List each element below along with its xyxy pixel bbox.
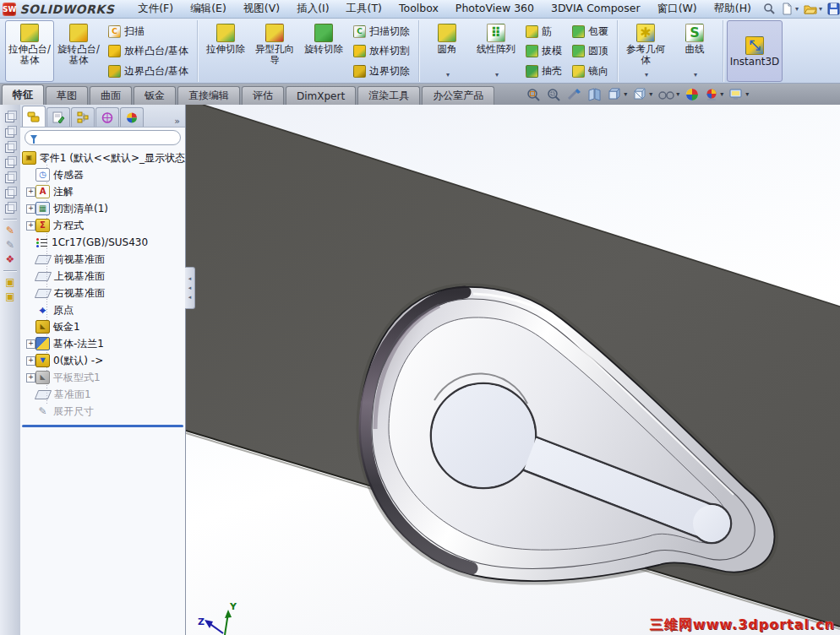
standard-view-button-1[interactable] [5,111,16,122]
loft-cut-button[interactable]: 放样切割 [350,43,413,60]
tree-item-平板型式1[interactable]: +◣平板型式1 [20,369,185,386]
dropdown-arrow-icon[interactable]: ▾ [819,5,822,13]
hole-wizard-button[interactable]: 异型孔向导 [250,20,299,82]
tree-item-右视基准面[interactable]: 右视基准面 [20,285,185,301]
expand-toggle[interactable]: + [26,356,35,366]
search-button[interactable] [761,2,777,16]
view-orientation-button[interactable]: ▾ [608,88,627,101]
panel-tab-overflow[interactable]: » [174,116,180,127]
dropdown-arrow-icon[interactable]: ▾ [446,69,450,80]
dropdown-arrow-icon[interactable]: ▾ [495,69,499,80]
tree-item-展开尺寸[interactable]: ✎展开尺寸 [20,403,185,420]
dropdown-arrow-icon[interactable]: ▾ [624,90,627,98]
tree-item-上视基准面[interactable]: 上视基准面 [20,268,185,285]
standard-view-button-6[interactable] [5,187,16,198]
edit-appearance-button[interactable] [685,88,699,101]
tree-item-基体-法兰1[interactable]: +基体-法兰1 [20,335,185,352]
reference-geometry-button[interactable]: ✱参考几何体▾ [621,20,670,82]
tree-item-方程式[interactable]: +Σ方程式 [20,217,185,234]
rollback-bar[interactable] [22,425,183,427]
section-view-button[interactable] [587,88,602,101]
save-button[interactable]: ▾ [826,2,840,16]
shell-button[interactable]: 抽壳 [522,62,565,79]
panel-tab-dimxpert-manager[interactable] [95,107,119,127]
dome-button[interactable]: 圆顶 [569,43,612,60]
menu-工具(T)[interactable]: 工具(T) [338,0,390,18]
standard-view-button-5[interactable] [5,171,16,182]
instant3d-button[interactable]: ⤡Instant3D [727,20,783,82]
mate-button[interactable]: ❖ [6,253,15,265]
extrude-boss-button[interactable]: 拉伸凸台/基体 [5,20,54,82]
tab-办公室产品[interactable]: 办公室产品 [422,86,494,105]
hide-show-items-button[interactable]: ▾ [658,88,679,101]
view-settings-button[interactable]: ▾ [729,88,749,101]
draft-button[interactable]: 拔模 [522,43,565,60]
dropdown-arrow-icon[interactable]: ▾ [745,90,749,98]
sweep-button[interactable]: C扫描 [105,23,192,40]
menu-视图(V)[interactable]: 视图(V) [235,0,288,18]
boundary-button[interactable]: 边界凸台/基体 [105,62,192,79]
tab-评估[interactable]: 评估 [242,86,284,105]
feature-boss-1-button[interactable]: ▣ [5,276,14,288]
menu-窗口(W)[interactable]: 窗口(W) [649,0,706,18]
menu-编辑(E)[interactable]: 编辑(E) [182,0,235,18]
panel-tab-display-manager[interactable] [120,107,144,127]
panel-tab-property-manager[interactable] [46,107,70,127]
tab-钣金[interactable]: 钣金 [134,86,176,105]
tree-item-注解[interactable]: +A注解 [20,183,185,200]
menu-文件(F)[interactable]: 文件(F) [129,0,182,18]
dropdown-arrow-icon[interactable]: ▾ [649,90,652,98]
tab-直接编辑[interactable]: 直接编辑 [177,86,240,105]
zoom-fit-button[interactable] [526,88,541,101]
smart-dimension-button[interactable]: ✎ [6,239,14,251]
dropdown-arrow-icon[interactable]: ▾ [795,5,799,13]
standard-view-button-7[interactable] [5,202,16,213]
sketch-button[interactable]: ✎ [6,225,14,236]
apply-scene-button[interactable]: ▾ [705,88,723,101]
expand-toggle[interactable]: + [26,187,35,197]
tree-item-钣金1[interactable]: ◣钣金1 [20,318,185,335]
rib-button[interactable]: 筋 [522,23,565,40]
mirror-button[interactable]: 镜向 [569,62,612,79]
revolve-cut-button[interactable]: 旋转切除 [299,20,348,82]
display-style-button[interactable]: ▾ [633,88,652,101]
menu-3DVIA Composer[interactable]: 3DVIA Composer [543,0,649,18]
tree-item-1Cr17(GB)/SUS430[interactable]: 1Cr17(GB)/SUS430 [20,234,185,251]
standard-view-button-2[interactable] [5,126,16,137]
tree-filter-box[interactable] [25,130,181,145]
expand-toggle[interactable]: + [26,339,35,349]
panel-tab-feature-manager[interactable] [22,106,46,127]
fillet-button[interactable]: 圆角▾ [423,20,472,82]
linear-pattern-button[interactable]: ⠿线性阵列▾ [472,20,521,82]
menu-Toolbox[interactable]: Toolbox [390,0,447,18]
tree-item-原点[interactable]: ⌖原点 [20,301,185,318]
new-document-button[interactable]: ▾ [779,2,800,16]
loft-button[interactable]: 放样凸台/基体 [105,43,192,60]
expand-toggle[interactable]: + [26,221,35,231]
sweep-cut-button[interactable]: C扫描切除 [350,23,413,40]
panel-tab-configuration-manager[interactable] [71,107,95,127]
tab-特征[interactable]: 特征 [2,84,44,105]
dropdown-arrow-icon[interactable]: ▾ [694,69,697,80]
panel-splitter-handle[interactable]: ◂◂◂ [185,267,195,309]
menu-插入(I)[interactable]: 插入(I) [288,0,337,18]
tree-item-基准面1[interactable]: 基准面1 [20,386,185,403]
tree-item-切割清单(1)[interactable]: +▦切割清单(1) [20,200,185,217]
wrap-button[interactable]: 包覆 [569,23,612,40]
menu-帮助(H)[interactable]: 帮助(H) [706,0,760,18]
curve-button[interactable]: S曲线▾ [670,20,719,82]
boundary-cut-button[interactable]: 边界切除 [350,62,413,79]
open-button[interactable]: ▾ [802,2,824,16]
previous-view-button[interactable] [567,88,581,101]
tree-root[interactable]: ▣ 零件1 (默认<<默认>_显示状态 [20,149,185,166]
tab-渲染工具[interactable]: 渲染工具 [357,86,420,105]
graphics-viewport[interactable]: Z Y 三维网www.3dportal.cn [186,105,840,635]
dropdown-arrow-icon[interactable]: ▾ [720,90,723,98]
zoom-area-button[interactable] [547,88,561,101]
revolve-boss-button[interactable]: 旋转凸台/基体 [54,20,103,82]
tree-filter-input[interactable] [41,132,175,144]
tree-item-前视基准面[interactable]: 前视基准面 [20,251,185,268]
expand-toggle[interactable]: + [26,204,35,214]
standard-view-button-3[interactable] [5,141,16,152]
expand-toggle[interactable]: + [26,373,35,383]
